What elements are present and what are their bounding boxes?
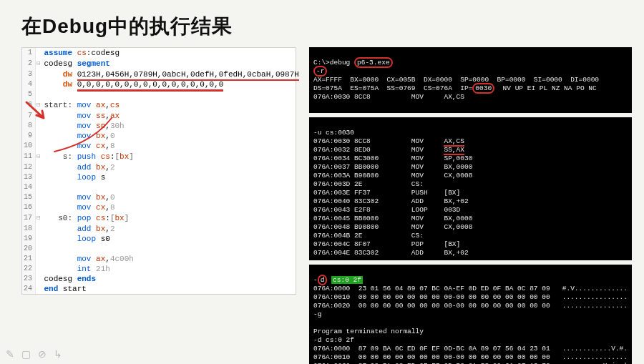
circle-slash-icon[interactable]: ⊘ bbox=[38, 348, 47, 360]
footer-toolbar: ✎ ▢ ⊘ ↳ bbox=[6, 348, 62, 360]
code-line: 12 add bx,2 bbox=[22, 162, 302, 172]
code-line: 1assume cs:codesg bbox=[22, 48, 302, 58]
code-line: 23codesg ends bbox=[22, 274, 302, 284]
code-line: 11⊟ s: push cs:[bx] bbox=[22, 151, 302, 162]
code-line: 4 dw 0,0,0,0,0,0,0,0,0,0,0,0,0,0,0,0 bbox=[22, 79, 302, 89]
slide-title: 在Debug中的执行结果 bbox=[21, 13, 623, 40]
code-line: 18 add bx,2 bbox=[22, 224, 302, 234]
code-line: 24end start bbox=[22, 284, 302, 294]
annotation-circle-cmd: -r bbox=[313, 66, 327, 77]
code-editor-panel: 1assume cs:codesg2⊟codesg segment3 dw 01… bbox=[21, 47, 296, 295]
code-line: 3 dw 0123H,0456H,0789H,0abcH,0defH,0fedH… bbox=[22, 69, 302, 79]
code-line: 21 mov ax,4c00h bbox=[22, 254, 302, 264]
code-line: 2⊟codesg segment bbox=[22, 58, 302, 69]
annotation-circle-exe: p6-3.exe bbox=[354, 57, 393, 68]
code-line: 16 mov cx,8 bbox=[22, 202, 302, 212]
code-line: 13 loop s bbox=[22, 172, 302, 182]
code-line: 8 mov sp,30h bbox=[22, 121, 302, 131]
annotation-circle-ip: 0030 bbox=[472, 83, 494, 94]
code-line: 10 mov cx,8 bbox=[22, 141, 302, 151]
square-icon[interactable]: ▢ bbox=[21, 348, 31, 360]
code-line: 6⊟start: mov ax,cs bbox=[22, 99, 302, 111]
terminal-block-dump: -d cs:0 2f 076A:0000 23 01 56 04 89 07 B… bbox=[309, 265, 632, 364]
terminal-column: C:\>debug p6-3.exe -r AX=FFFF BX=0000 CX… bbox=[309, 47, 632, 364]
terminal-block-disasm: -u cs:0030 076A:0030 8CC8 MOV AX,CS 076A… bbox=[309, 117, 632, 260]
code-line: 22 int 21h bbox=[22, 264, 302, 274]
terminal-block-registers: C:\>debug p6-3.exe -r AX=FFFF BX=0000 CX… bbox=[309, 47, 632, 113]
annotation-green-highlight: cs:0 2f bbox=[331, 276, 363, 284]
code-line: 19 loop s0 bbox=[22, 234, 302, 244]
code-line: 15 mov bx,0 bbox=[22, 192, 302, 202]
slide-content: 1assume cs:codesg2⊟codesg segment3 dw 01… bbox=[21, 47, 623, 364]
annotation-circle-d: d bbox=[318, 275, 328, 285]
code-line: 9 mov bx,0 bbox=[22, 131, 302, 141]
redo-icon[interactable]: ↳ bbox=[54, 348, 62, 360]
code-line: 7 mov ss,ax bbox=[22, 111, 302, 121]
code-table: 1assume cs:codesg2⊟codesg segment3 dw 01… bbox=[22, 48, 302, 294]
pencil-icon[interactable]: ✎ bbox=[6, 348, 14, 360]
code-line: 17⊟ s0: pop cs:[bx] bbox=[22, 212, 302, 224]
code-line: 20 bbox=[22, 244, 302, 254]
code-line: 14 bbox=[22, 182, 302, 192]
